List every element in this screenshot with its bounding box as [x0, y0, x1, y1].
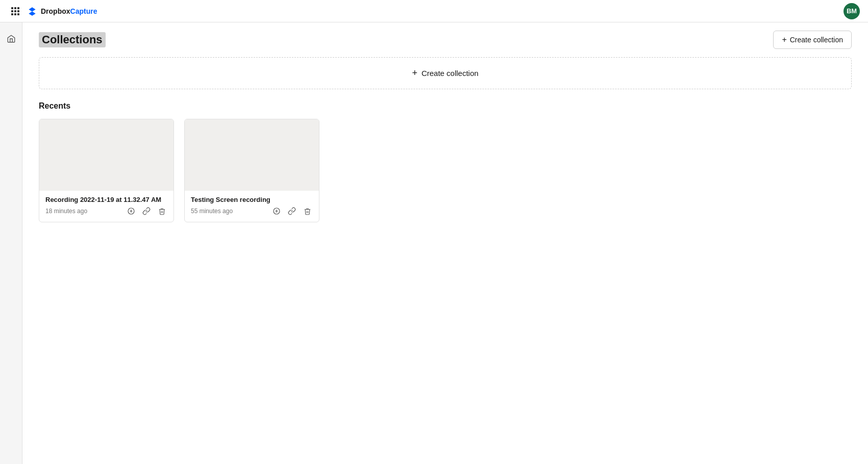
content-area: Collections + Create collection + Create… [22, 22, 868, 464]
svg-rect-2 [17, 7, 19, 9]
logo: DropboxCapture [27, 6, 97, 17]
plus-icon: + [782, 35, 786, 44]
create-collection-header-label: Create collection [790, 36, 843, 44]
create-collection-box-label: Create collection [421, 69, 479, 78]
recording-name: Testing Screen recording [191, 196, 313, 203]
recording-meta: 18 minutes ago [45, 205, 167, 217]
page-title: Collections [39, 32, 106, 47]
recents-title: Recents [39, 101, 852, 111]
create-collection-plus-icon: + [412, 68, 417, 79]
recents-grid: Recording 2022-11-19 at 11.32.47 AM 18 m… [39, 119, 852, 222]
recording-meta: 55 minutes ago [191, 205, 313, 217]
dropbox-logo-icon [27, 6, 38, 17]
svg-rect-1 [14, 7, 16, 9]
grid-menu-button[interactable] [8, 4, 22, 18]
recording-card[interactable]: Recording 2022-11-19 at 11.32.47 AM 18 m… [39, 119, 174, 222]
sidebar-home-button[interactable] [3, 31, 19, 47]
navbar: DropboxCapture BM [0, 0, 868, 22]
create-collection-box[interactable]: + Create collection [39, 57, 852, 89]
add-to-collection-icon[interactable] [271, 205, 282, 217]
navbar-left: DropboxCapture [8, 4, 97, 18]
recording-time: 55 minutes ago [191, 208, 233, 215]
sidebar [0, 22, 22, 464]
app-name: DropboxCapture [41, 7, 97, 15]
recording-thumbnail [39, 119, 173, 191]
link-icon[interactable] [286, 205, 297, 217]
create-collection-header-button[interactable]: + Create collection [773, 31, 852, 49]
delete-icon[interactable] [156, 205, 167, 217]
recording-time: 18 minutes ago [45, 208, 87, 215]
svg-rect-4 [14, 10, 16, 12]
svg-rect-6 [11, 13, 13, 15]
main-layout: Collections + Create collection + Create… [0, 22, 868, 464]
recording-thumbnail [185, 119, 319, 191]
recording-actions [271, 205, 313, 217]
recents-section: Recents Recording 2022-11-19 at 11.32.47… [22, 89, 868, 235]
link-icon[interactable] [141, 205, 152, 217]
svg-rect-5 [17, 10, 19, 12]
delete-icon[interactable] [302, 205, 313, 217]
svg-rect-3 [11, 10, 13, 12]
svg-rect-0 [11, 7, 13, 9]
svg-rect-7 [14, 13, 16, 15]
user-avatar[interactable]: BM [844, 3, 860, 19]
recording-card[interactable]: Testing Screen recording 55 minutes ago [184, 119, 319, 222]
recording-actions [126, 205, 167, 217]
recording-info: Testing Screen recording 55 minutes ago [185, 191, 319, 222]
recording-info: Recording 2022-11-19 at 11.32.47 AM 18 m… [39, 191, 173, 222]
content-header: Collections + Create collection [22, 22, 868, 57]
svg-rect-8 [17, 13, 19, 15]
add-to-collection-icon[interactable] [126, 205, 137, 217]
recording-name: Recording 2022-11-19 at 11.32.47 AM [45, 196, 167, 203]
create-collection-box-inner: + Create collection [412, 68, 478, 79]
